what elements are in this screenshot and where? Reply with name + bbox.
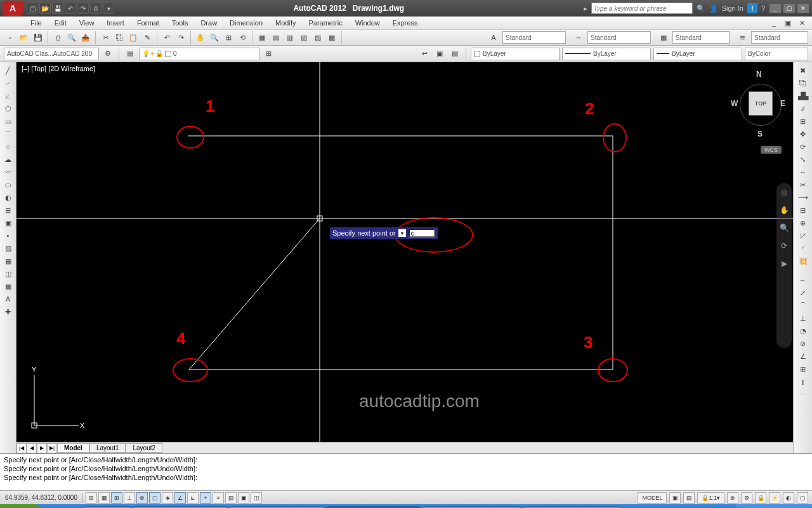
menu-window[interactable]: Window xyxy=(349,18,386,28)
minimize-button[interactable]: _ xyxy=(769,3,782,13)
qat-save-icon[interactable]: 💾 xyxy=(52,3,63,14)
menu-express[interactable]: Express xyxy=(386,18,424,28)
sc-toggle[interactable]: ◫ xyxy=(251,492,262,504)
offset-icon[interactable]: ⫽ xyxy=(797,103,809,114)
dim-arc-icon[interactable]: ⌒ xyxy=(797,300,809,311)
layer-states-icon[interactable]: ⊞ xyxy=(262,48,275,60)
app-logo[interactable]: A xyxy=(3,1,23,16)
pan-icon[interactable]: ✋ xyxy=(194,31,207,44)
move-icon[interactable]: ✥ xyxy=(797,128,809,140)
dcenter-icon[interactable]: ▤ xyxy=(270,31,282,44)
trim-icon[interactable]: ✂ xyxy=(797,179,809,190)
qat-open-icon[interactable]: 📂 xyxy=(39,3,51,14)
menu-file[interactable]: File xyxy=(24,18,48,28)
layer-iso-icon[interactable]: ▣ xyxy=(433,48,446,60)
wcs-badge[interactable]: WCS xyxy=(761,146,782,154)
qat-dropdown-icon[interactable]: ▾ xyxy=(103,3,114,14)
cut-icon[interactable]: ✂ xyxy=(99,31,112,44)
workspace-switch-icon[interactable]: ⚙ xyxy=(741,492,752,504)
redo-icon[interactable]: ↷ xyxy=(174,31,187,44)
nav-showmotion-icon[interactable]: ▶ xyxy=(778,258,790,269)
doc-minimize-button[interactable]: _ xyxy=(768,17,780,29)
table-style-combo[interactable]: Standard xyxy=(672,31,730,44)
nav-zoom-icon[interactable]: 🔍 xyxy=(778,222,790,234)
dim-diameter-icon[interactable]: ⊘ xyxy=(797,338,809,349)
properties-icon[interactable]: ▦ xyxy=(256,31,268,44)
signin-icon[interactable]: 👤 xyxy=(709,4,718,13)
nav-wheel-icon[interactable]: ◎ xyxy=(778,187,790,198)
dynamic-input-field[interactable] xyxy=(409,229,435,237)
doc-close-button[interactable]: ✕ xyxy=(796,17,808,29)
sheet-set-icon[interactable]: ▧ xyxy=(298,31,310,44)
ellipse-arc-icon[interactable]: ◐ xyxy=(2,192,15,203)
help-icon[interactable]: ? xyxy=(761,4,765,12)
qat-new-icon[interactable]: ▢ xyxy=(27,3,38,14)
binoculars-icon[interactable]: 🔍 xyxy=(697,4,705,13)
dim-radius-icon[interactable]: ◔ xyxy=(797,325,809,337)
viewcube-s[interactable]: S xyxy=(757,130,763,138)
annotation-visibility-icon[interactable]: ⊛ xyxy=(727,492,738,504)
erase-icon[interactable]: ✖ xyxy=(797,65,809,76)
tool-palette-icon[interactable]: ▥ xyxy=(284,31,296,44)
paste-icon[interactable]: 📋 xyxy=(127,31,140,44)
layer-prev-icon[interactable]: ↩ xyxy=(418,48,431,60)
copy-obj-icon[interactable]: ⿻ xyxy=(797,77,809,89)
hatch-icon[interactable]: ▨ xyxy=(2,243,15,254)
viewcube-n[interactable]: N xyxy=(756,70,762,79)
layer-walk-icon[interactable]: ▤ xyxy=(449,48,461,60)
scale-icon[interactable]: ⤡ xyxy=(797,154,809,165)
infer-toggle[interactable]: ⊞ xyxy=(86,492,97,504)
dyn-toggle[interactable]: + xyxy=(200,492,211,504)
copy-icon[interactable]: ⿻ xyxy=(113,31,126,44)
plotstyle-combo[interactable]: ByColor xyxy=(745,48,808,60)
text-style-combo[interactable]: Standard xyxy=(502,31,566,44)
nav-orbit-icon[interactable]: ⟳ xyxy=(778,240,790,251)
qat-redo-icon[interactable]: ↷ xyxy=(77,3,89,14)
circle-icon[interactable]: ○ xyxy=(2,141,15,152)
zoom-icon[interactable]: 🔍 xyxy=(208,31,221,44)
lineweight-combo[interactable]: ByLayer xyxy=(653,48,742,60)
doc-restore-button[interactable]: ▣ xyxy=(782,17,794,29)
quickview-drawings-icon[interactable]: ▤ xyxy=(683,492,695,504)
menu-view[interactable]: View xyxy=(73,18,101,28)
ortho-toggle[interactable]: ⊥ xyxy=(124,492,135,504)
tpy-toggle[interactable]: ▤ xyxy=(225,492,237,504)
qat-undo-icon[interactable]: ↶ xyxy=(65,3,76,14)
ml-style-combo[interactable]: Standard xyxy=(751,31,808,44)
tab-first-icon[interactable]: |◀ xyxy=(16,443,27,453)
exchange-icon[interactable]: ! xyxy=(747,3,757,13)
mirror-icon[interactable]: ▟▙ xyxy=(797,90,809,102)
menu-insert[interactable]: Insert xyxy=(100,18,131,28)
menu-tools[interactable]: Tools xyxy=(166,18,195,28)
tab-prev-icon[interactable]: ◀ xyxy=(27,443,37,453)
signin-label[interactable]: Sign In xyxy=(722,4,743,12)
table-icon[interactable]: ▦ xyxy=(2,281,15,292)
match-icon[interactable]: ✎ xyxy=(141,31,154,44)
menu-dimension[interactable]: Dimension xyxy=(223,18,269,28)
start-button[interactable]: start xyxy=(0,504,43,508)
arc-icon[interactable]: ⌒ xyxy=(2,128,15,140)
annotation-scale[interactable]: 🔒 1:1▾ xyxy=(697,492,724,504)
addselected-icon[interactable]: ✚ xyxy=(2,306,15,318)
ml-style-icon[interactable]: ≋ xyxy=(736,31,749,44)
text-style-icon[interactable]: A xyxy=(487,31,500,44)
menu-edit[interactable]: Edit xyxy=(48,18,73,28)
extend-icon[interactable]: ⟶ xyxy=(797,192,809,203)
dim-style-combo[interactable]: Standard xyxy=(587,31,651,44)
quickview-layouts-icon[interactable]: ▣ xyxy=(669,492,681,504)
lwt-toggle[interactable]: ≡ xyxy=(213,492,224,504)
point-icon[interactable]: • xyxy=(2,230,15,241)
line-icon[interactable]: ╱ xyxy=(2,65,15,76)
tab-layout1[interactable]: Layout1 xyxy=(89,443,126,453)
polar-toggle[interactable]: ⊛ xyxy=(136,492,148,504)
model-space-button[interactable]: MODEL xyxy=(638,492,667,504)
hardware-accel-icon[interactable]: ⚡ xyxy=(769,492,780,504)
maximize-button[interactable]: ▢ xyxy=(783,3,796,13)
viewcube-top-face[interactable]: TOP xyxy=(749,91,773,116)
stretch-icon[interactable]: ↔ xyxy=(797,166,809,178)
close-button[interactable]: ✕ xyxy=(797,3,809,13)
viewcube[interactable]: TOP N S E W xyxy=(731,67,788,144)
dim-aligned-icon[interactable]: ⤢ xyxy=(797,287,809,298)
spline-icon[interactable]: 〰 xyxy=(2,166,15,178)
fillet-icon[interactable]: ◜ xyxy=(797,243,809,254)
